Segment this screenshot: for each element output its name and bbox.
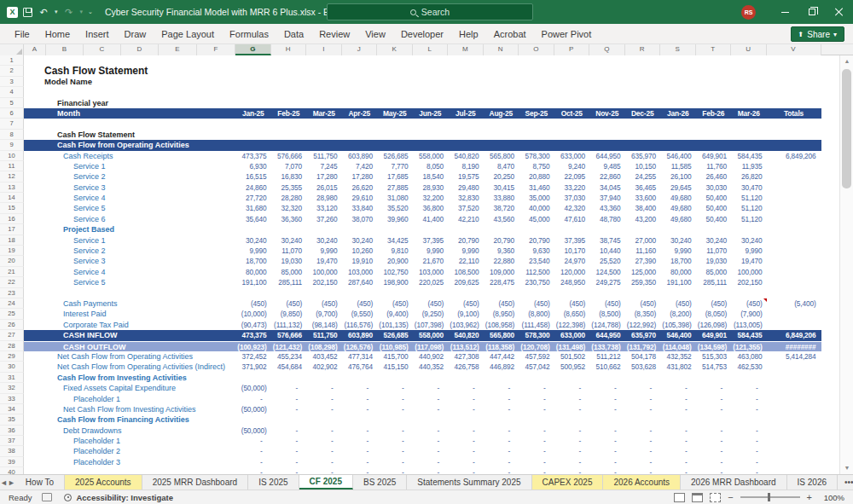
cell-O26[interactable]: (111,458): [519, 320, 554, 330]
cell-O14[interactable]: 35,000: [519, 193, 554, 203]
cell-L40[interactable]: -: [413, 467, 449, 474]
row-header-2[interactable]: 2: [0, 66, 24, 76]
cell-O30[interactable]: 457,042: [519, 362, 554, 372]
cell-I10[interactable]: 511,750: [306, 151, 342, 161]
user-avatar[interactable]: RS: [741, 5, 756, 20]
cell-M30[interactable]: 426,758: [448, 362, 484, 372]
cell-I20[interactable]: 19,470: [306, 256, 342, 266]
cell-O6[interactable]: Sep-25: [519, 108, 554, 119]
cell-U22[interactable]: 202,150: [731, 277, 767, 287]
cell-O11[interactable]: 8,750: [519, 161, 554, 171]
cell-I11[interactable]: 7,245: [306, 161, 342, 171]
cell-V38[interactable]: [767, 446, 821, 456]
cell-K26[interactable]: (101,135): [377, 320, 413, 330]
cell-O36[interactable]: -: [519, 426, 554, 436]
cell-N16[interactable]: 43,560: [484, 214, 519, 224]
cell-Q22[interactable]: 249,275: [589, 277, 625, 287]
cell-N11[interactable]: 8,470: [484, 161, 519, 171]
cell-N10[interactable]: 565,800: [484, 151, 519, 161]
cell-R26[interactable]: (122,992): [625, 320, 661, 330]
cell-K11[interactable]: 7,770: [377, 161, 413, 171]
cell-U25[interactable]: (7,900): [731, 309, 767, 319]
cell-T18[interactable]: 30,240: [696, 235, 732, 246]
sheet-tab-is-2026[interactable]: IS 2026: [787, 475, 838, 490]
row-header-20[interactable]: 20: [0, 256, 24, 266]
cell-Q10[interactable]: 644,950: [589, 151, 625, 161]
cell-I18[interactable]: 30,240: [306, 235, 342, 246]
cell-G37[interactable]: -: [235, 436, 271, 446]
cell-G10[interactable]: 473,375: [235, 151, 271, 161]
cell-L14[interactable]: 32,200: [413, 193, 449, 203]
cell-H26[interactable]: (111,132): [271, 320, 307, 330]
cell-K6[interactable]: May-25: [377, 108, 413, 119]
cell-G26[interactable]: (90,473): [235, 320, 271, 330]
cell-N22[interactable]: 228,475: [484, 277, 519, 287]
cell-T38[interactable]: -: [696, 446, 732, 456]
cell-P11[interactable]: 9,240: [554, 161, 590, 171]
column-header-K[interactable]: K: [377, 44, 413, 55]
cell-M39[interactable]: -: [448, 457, 484, 467]
row-header-10[interactable]: 10: [0, 151, 24, 161]
cell-U34[interactable]: -: [731, 404, 767, 414]
cell-K13[interactable]: 27,885: [377, 182, 413, 193]
column-header-O[interactable]: O: [519, 44, 554, 55]
cell-I40[interactable]: -: [306, 467, 342, 474]
cell-S29[interactable]: 432,352: [660, 351, 696, 362]
cell-O21[interactable]: 112,500: [519, 267, 554, 277]
cell-J22[interactable]: 287,640: [342, 277, 378, 287]
customize-toolbar-icon[interactable]: ⌄: [88, 9, 93, 15]
cell-N34[interactable]: -: [484, 404, 519, 414]
sheet-tab-statements-summary-2025[interactable]: Statements Summary 2025: [407, 475, 531, 490]
cell-S20[interactable]: 18,700: [660, 256, 696, 266]
cell-U39[interactable]: -: [731, 457, 767, 467]
cell-T20[interactable]: 19,030: [696, 256, 732, 266]
cell-I38[interactable]: -: [306, 446, 342, 456]
cell-J38[interactable]: -: [342, 446, 378, 456]
cell-J30[interactable]: 476,764: [342, 362, 378, 372]
cell-V25[interactable]: [767, 309, 821, 319]
cell-H21[interactable]: 85,000: [271, 267, 307, 277]
scroll-up-icon[interactable]: ▲: [840, 55, 853, 67]
cell-N29[interactable]: 447,442: [484, 351, 519, 362]
cell-J18[interactable]: 30,240: [342, 235, 378, 246]
cell-P14[interactable]: 37,030: [554, 193, 590, 203]
cell-S22[interactable]: 191,100: [660, 277, 696, 287]
minimize-button[interactable]: [771, 0, 798, 24]
cell-V14[interactable]: [767, 193, 821, 203]
cell-O16[interactable]: 45,000: [519, 214, 554, 224]
cell-O37[interactable]: -: [519, 436, 554, 446]
column-header-V[interactable]: V: [767, 44, 821, 55]
cell-L10[interactable]: 558,000: [413, 151, 449, 161]
cell-Q36[interactable]: -: [589, 426, 625, 436]
sheet-tab-2025-accounts[interactable]: 2025 Accounts: [65, 475, 142, 490]
row-header-11[interactable]: 11: [0, 161, 24, 171]
cell-P38[interactable]: -: [554, 446, 590, 456]
cell-J24[interactable]: (450): [342, 298, 378, 309]
cell-G14[interactable]: 27,720: [235, 193, 271, 203]
cell-H11[interactable]: 7,070: [271, 161, 307, 171]
row-header-16[interactable]: 16: [0, 214, 24, 224]
cell-U16[interactable]: 51,120: [731, 214, 767, 224]
cell-J20[interactable]: 19,910: [342, 256, 378, 266]
cell-N27[interactable]: 565,800: [484, 330, 519, 340]
cell-H32[interactable]: -: [271, 383, 307, 393]
zoom-in-icon[interactable]: +: [807, 492, 812, 502]
cell-K39[interactable]: -: [377, 457, 413, 467]
cell-V16[interactable]: [767, 214, 821, 224]
cell-T26[interactable]: (126,098): [696, 320, 732, 330]
cell-H16[interactable]: 36,360: [271, 214, 307, 224]
ribbon-tab-view[interactable]: View: [357, 26, 393, 43]
cell-L26[interactable]: (107,398): [413, 320, 449, 330]
cell-I13[interactable]: 26,015: [306, 182, 342, 193]
cell-J14[interactable]: 29,610: [342, 193, 378, 203]
cell-R37[interactable]: -: [625, 436, 661, 446]
cell-N26[interactable]: (108,958): [484, 320, 519, 330]
cell-V30[interactable]: [767, 362, 821, 372]
cell-P39[interactable]: -: [554, 457, 590, 467]
cell-J6[interactable]: Apr-25: [342, 108, 378, 119]
cell-K12[interactable]: 17,685: [377, 171, 413, 182]
cell-N32[interactable]: -: [484, 383, 519, 393]
column-header-I[interactable]: I: [306, 44, 342, 55]
cell-R15[interactable]: 38,400: [625, 203, 661, 213]
undo-icon[interactable]: ↶: [38, 6, 49, 18]
